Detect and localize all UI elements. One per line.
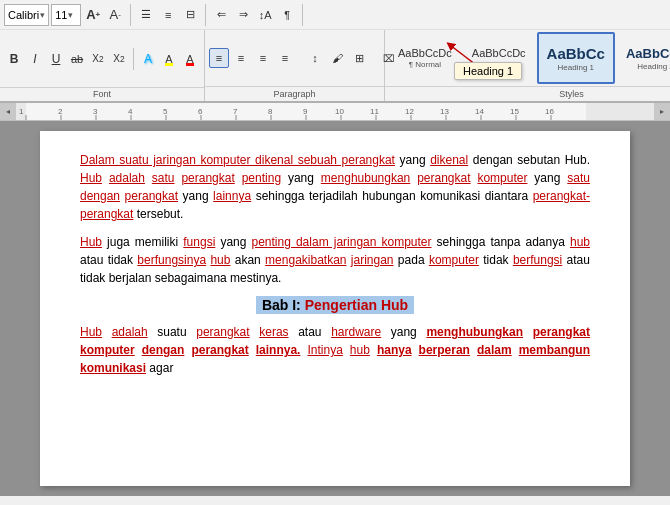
font-color-button[interactable]: A	[180, 49, 200, 69]
align-left-button[interactable]: ≡	[209, 48, 229, 68]
heading-bab1: Bab I: Pengertian Hub	[80, 297, 590, 313]
font-group-label: Font	[0, 87, 204, 101]
style-heading2-label: Heading 2	[637, 62, 670, 71]
svg-text:16: 16	[545, 107, 554, 116]
justify-button[interactable]: ≡	[275, 48, 295, 68]
document-page[interactable]: Dalam suatu jaringan komputer dikenal se…	[40, 131, 630, 486]
svg-text:3: 3	[93, 107, 98, 116]
style-tooltip: Heading 1	[454, 62, 522, 80]
increase-indent-button[interactable]: ⇒	[233, 5, 253, 25]
align-center-button[interactable]: ≡	[231, 48, 251, 68]
strikethrough-button[interactable]: ab	[67, 49, 87, 69]
bullets-button[interactable]: ☰	[136, 5, 156, 25]
svg-text:15: 15	[510, 107, 519, 116]
underline-button[interactable]: U	[46, 49, 66, 69]
text-effects-button[interactable]: A	[138, 49, 158, 69]
styles-label: Styles	[385, 86, 670, 101]
svg-text:8: 8	[268, 107, 273, 116]
svg-text:6: 6	[198, 107, 203, 116]
shading-button[interactable]: 🖌	[327, 48, 347, 68]
font-size-group[interactable]: 11 ▾	[51, 4, 81, 26]
style-heading2[interactable]: AaBbCcE Heading 2	[617, 32, 670, 84]
align-right-button[interactable]: ≡	[253, 48, 273, 68]
decrease-indent-button[interactable]: ⇐	[211, 5, 231, 25]
ruler-marks: 1 2 3 4 5 6 7 8 9 10 11 12 13 1	[16, 103, 670, 120]
font-shrink-button[interactable]: A-	[105, 5, 125, 25]
tooltip-container: Heading 1	[454, 62, 522, 80]
pilcrow-button[interactable]: ¶	[277, 5, 297, 25]
numbering-button[interactable]: ≡	[158, 5, 178, 25]
font-size-dropdown-icon[interactable]: ▾	[68, 10, 73, 20]
ruler: ◂ 1 2 3 4 5 6 7 8 9 10	[0, 103, 670, 121]
font-size-display: 11	[55, 9, 67, 21]
document-area: Dalam suatu jaringan komputer dikenal se…	[0, 121, 670, 496]
line-spacing-button[interactable]: ↕	[305, 48, 325, 68]
paragraph-2: Hub juga memiliki fungsi yang penting da…	[80, 233, 590, 287]
separator3	[302, 4, 303, 26]
svg-text:10: 10	[335, 107, 344, 116]
separator2	[205, 4, 206, 26]
svg-text:9: 9	[303, 107, 308, 116]
font-color-group[interactable]: A	[180, 49, 200, 69]
bold-button[interactable]: B	[4, 49, 24, 69]
subscript-button[interactable]: X2	[88, 49, 108, 69]
sep-fmt	[133, 48, 134, 70]
paragraph-label: Paragraph	[205, 86, 384, 101]
font-grow-button[interactable]: A+	[83, 5, 103, 25]
highlight-button[interactable]: A	[159, 49, 179, 69]
svg-text:7: 7	[233, 107, 238, 116]
ruler-right-margin: ▸	[654, 103, 670, 120]
font-name-group[interactable]: Calibri ▾	[4, 4, 49, 26]
svg-text:2: 2	[58, 107, 63, 116]
separator1	[130, 4, 131, 26]
font-name-display: Calibri	[8, 9, 39, 21]
svg-text:14: 14	[475, 107, 484, 116]
sort-button[interactable]: ↕A	[255, 5, 275, 25]
svg-text:5: 5	[163, 107, 168, 116]
paragraph-1: Dalam suatu jaringan komputer dikenal se…	[80, 151, 590, 223]
heading-highlight: Bab I: Pengertian Hub	[256, 296, 414, 314]
shading-group[interactable]: 🖌	[327, 48, 347, 68]
ruler-left-margin: ◂	[0, 103, 16, 120]
style-heading1[interactable]: AaBbCc Heading 1	[537, 32, 615, 84]
svg-text:11: 11	[370, 107, 379, 116]
borders-button[interactable]: ⊞	[349, 48, 369, 68]
multilevel-list-button[interactable]: ⊟	[180, 5, 200, 25]
svg-text:12: 12	[405, 107, 414, 116]
italic-button[interactable]: I	[25, 49, 45, 69]
svg-text:4: 4	[128, 107, 133, 116]
svg-text:13: 13	[440, 107, 449, 116]
font-name-dropdown-icon[interactable]: ▾	[40, 10, 45, 20]
paragraph-3: Hub adalah suatu perangkat keras atau ha…	[80, 323, 590, 377]
style-heading1-label: Heading 1	[558, 63, 594, 72]
superscript-button[interactable]: X2	[109, 49, 129, 69]
svg-text:1: 1	[19, 107, 24, 116]
style-heading2-preview: AaBbCcE	[626, 46, 670, 61]
style-heading1-preview: AaBbCc	[547, 45, 605, 62]
highlight-group[interactable]: A	[159, 49, 179, 69]
